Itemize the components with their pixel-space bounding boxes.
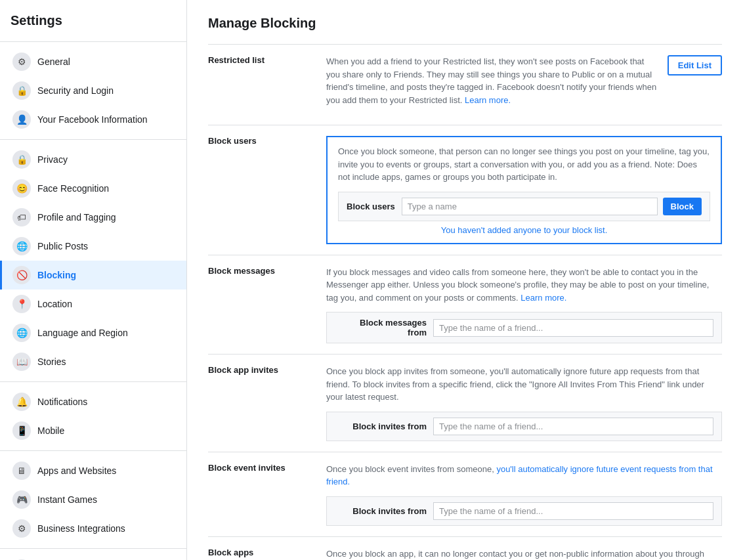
block-users-button[interactable]: Block	[663, 198, 702, 215]
sidebar-item-apps-websites[interactable]: 🖥 Apps and Websites	[0, 456, 186, 485]
sidebar-item-label: Public Posts	[37, 241, 88, 251]
info-icon: 👤	[12, 110, 31, 129]
block-users-input[interactable]	[402, 198, 658, 215]
restricted-learn-more-link[interactable]: Learn more.	[465, 95, 511, 105]
sidebar-item-label: Mobile	[37, 425, 64, 436]
block-users-box: Once you block someone, that person can …	[326, 136, 722, 244]
block-event-invites-link-text: you'll automatically ignore future event…	[326, 464, 713, 487]
sidebar-item-mobile[interactable]: 📱 Mobile	[0, 416, 186, 445]
block-users-content: Once you block someone, that person can …	[326, 136, 722, 244]
block-event-invites-input[interactable]	[433, 502, 713, 520]
sidebar-item-ads[interactable]: 📢 Ads	[0, 554, 186, 560]
block-messages-labeled-input: Block messagesfrom	[335, 318, 713, 337]
sidebar-item-label: Location	[37, 299, 72, 309]
block-app-invites-content: Once you block app invites from someone,…	[326, 365, 722, 441]
block-messages-input[interactable]	[433, 319, 713, 337]
mobile-icon: 📱	[12, 421, 31, 440]
sidebar-item-blocking[interactable]: 🚫 Blocking	[0, 261, 186, 290]
block-apps-description: Once you block an app, it can no longer …	[326, 548, 722, 561]
sidebar-item-public-posts[interactable]: 🌐 Public Posts	[0, 232, 186, 261]
restricted-list-content: When you add a friend to your Restricted…	[326, 55, 657, 114]
block-event-invites-label: Block event invites	[208, 463, 326, 473]
sidebar-item-label: Profile and Tagging	[37, 212, 116, 223]
sidebar-item-label: Face Recognition	[37, 183, 109, 194]
block-messages-learn-more-link[interactable]: Learn more.	[520, 293, 566, 303]
block-app-invites-description: Once you block app invites from someone,…	[326, 365, 722, 404]
block-messages-label: Block messages	[208, 266, 326, 276]
block-users-input-row: Block users Block	[338, 192, 710, 221]
block-event-invites-input-row: Block invites from	[326, 496, 722, 526]
sidebar-item-label: Notifications	[37, 397, 87, 407]
page-title: Manage Blocking	[208, 16, 722, 31]
block-app-invites-input-row: Block invites from	[326, 412, 722, 441]
sidebar-item-profile-tagging[interactable]: 🏷 Profile and Tagging	[0, 203, 186, 232]
block-messages-from-label: Block messagesfrom	[335, 318, 427, 337]
privacy-icon: 🔒	[12, 150, 31, 169]
block-users-section: Block users Once you block someone, that…	[208, 125, 722, 255]
block-users-description: Once you block someone, that person can …	[338, 145, 710, 184]
block-app-invites-input[interactable]	[433, 418, 713, 435]
block-event-invites-labeled-input: Block invites from	[335, 502, 713, 520]
sidebar-item-label: Stories	[37, 356, 66, 367]
sidebar-item-instant-games[interactable]: 🎮 Instant Games	[0, 485, 186, 514]
block-icon: 🚫	[12, 266, 31, 284]
sidebar-divider-3	[0, 450, 186, 451]
sidebar-item-label: Privacy	[37, 154, 68, 165]
games-icon: 🎮	[12, 490, 31, 509]
sidebar-item-label: Business Integrations	[37, 523, 125, 534]
block-event-invites-description: Once you block event invites from someon…	[326, 463, 722, 488]
sidebar-item-general[interactable]: ⚙ General	[0, 47, 186, 76]
block-users-label: Block users	[208, 136, 326, 146]
globe-icon: 🌐	[12, 237, 31, 255]
edit-list-button[interactable]: Edit List	[668, 55, 722, 75]
sidebar-item-language-region[interactable]: 🌐 Language and Region	[0, 318, 186, 347]
sidebar-divider-2	[0, 381, 186, 382]
block-users-empty-text: You haven't added anyone to your block l…	[338, 225, 710, 235]
lock-icon: 🔒	[12, 81, 31, 100]
sidebar-item-stories[interactable]: 📖 Stories	[0, 347, 186, 376]
block-app-invites-from-label: Block invites from	[335, 421, 427, 431]
block-messages-description: If you block messages and video calls fr…	[326, 266, 722, 305]
sidebar-item-business-integrations[interactable]: ⚙ Business Integrations	[0, 514, 186, 543]
block-messages-content: If you block messages and video calls fr…	[326, 266, 722, 344]
sidebar-item-label: Language and Region	[37, 328, 128, 338]
restricted-list-section: Restricted list When you add a friend to…	[208, 44, 722, 125]
sidebar-item-security-login[interactable]: 🔒 Security and Login	[0, 76, 186, 105]
restricted-list-description: When you add a friend to your Restricted…	[326, 55, 657, 106]
sidebar-item-notifications[interactable]: 🔔 Notifications	[0, 387, 186, 416]
sidebar-item-label: Instant Games	[37, 494, 97, 505]
sidebar-title: Settings	[0, 11, 186, 36]
block-app-invites-section: Block app invites Once you block app inv…	[208, 354, 722, 452]
block-messages-section: Block messages If you block messages and…	[208, 255, 722, 355]
block-apps-section: Block apps Once you block an app, it can…	[208, 536, 722, 561]
sidebar-divider-top	[0, 41, 186, 42]
stories-icon: 📖	[12, 353, 31, 371]
sidebar: Settings ⚙ General 🔒 Security and Login …	[0, 0, 187, 560]
block-users-input-label: Block users	[347, 202, 395, 211]
block-apps-content: Once you block an app, it can no longer …	[326, 548, 722, 561]
sidebar-item-privacy[interactable]: 🔒 Privacy	[0, 145, 186, 174]
sidebar-item-facebook-info[interactable]: 👤 Your Facebook Information	[0, 105, 186, 134]
bell-icon: 🔔	[12, 393, 31, 411]
block-app-invites-label: Block app invites	[208, 365, 326, 375]
block-apps-label: Block apps	[208, 548, 326, 557]
sidebar-divider-4	[0, 548, 186, 549]
block-app-invites-labeled-input: Block invites from	[335, 418, 713, 435]
tag-icon: 🏷	[12, 208, 31, 226]
sidebar-item-label: Your Facebook Information	[37, 114, 148, 125]
sidebar-divider-1	[0, 139, 186, 140]
restricted-list-label: Restricted list	[208, 55, 326, 65]
main-content: Manage Blocking Restricted list When you…	[187, 0, 743, 560]
sidebar-item-label: General	[37, 56, 70, 67]
sidebar-item-location[interactable]: 📍 Location	[0, 290, 186, 318]
sidebar-item-label: Security and Login	[37, 85, 114, 96]
block-event-invites-section: Block event invites Once you block event…	[208, 452, 722, 536]
block-event-invites-content: Once you block event invites from someon…	[326, 463, 722, 526]
location-icon: 📍	[12, 295, 31, 313]
sidebar-item-face-recognition[interactable]: 😊 Face Recognition	[0, 174, 186, 203]
face-icon: 😊	[12, 179, 31, 198]
apps-icon: 🖥	[12, 462, 31, 480]
block-messages-input-row: Block messagesfrom	[326, 312, 722, 343]
sidebar-item-label: Apps and Websites	[37, 465, 116, 476]
language-icon: 🌐	[12, 324, 31, 342]
